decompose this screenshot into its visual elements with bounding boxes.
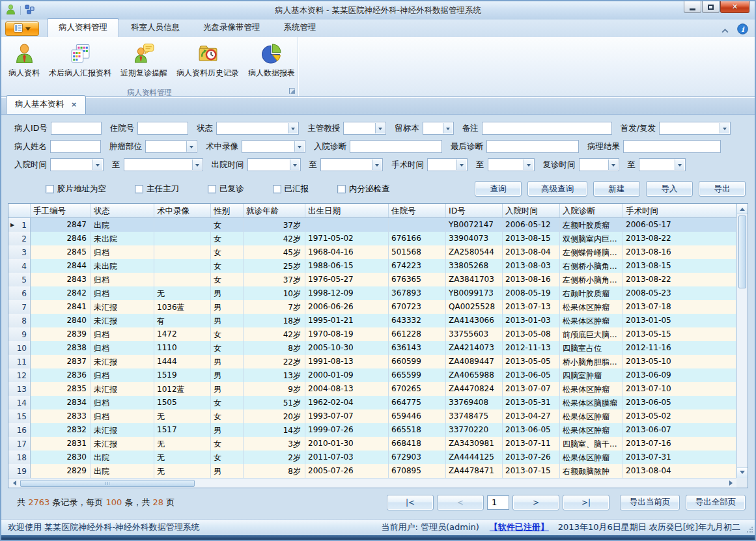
grid-cell[interactable]: 右颞叶胶质瘤 xyxy=(560,286,623,300)
grid-cell[interactable]: 2013-07-07 xyxy=(503,382,560,396)
grid-cell[interactable]: 2836 xyxy=(31,368,91,382)
grid-cell[interactable]: 左侧蝶骨嵴脑... xyxy=(560,245,623,259)
vertical-scroll-thumb[interactable] xyxy=(738,215,746,288)
table-row-15[interactable]: 152833归档无女20岁1993-07-0765944633748475201… xyxy=(8,409,736,423)
pager-prev-button[interactable]: < xyxy=(437,495,484,510)
grid-cell[interactable]: YB0072147 xyxy=(446,218,503,232)
grid-cell[interactable]: 出院 xyxy=(91,451,154,464)
scroll-left-icon[interactable] xyxy=(8,479,19,488)
grid-cell[interactable]: 33904073 xyxy=(446,232,503,245)
action-button-3[interactable]: 导入 xyxy=(646,181,693,197)
grid-cell[interactable]: 37岁 xyxy=(244,218,305,232)
grid-cell[interactable]: 女 xyxy=(211,451,244,464)
grid-cell[interactable]: 2013-05-05 xyxy=(503,355,560,368)
filter-select-2-5[interactable] xyxy=(488,158,535,171)
grid-cell[interactable]: 2013-08-16 xyxy=(623,245,736,259)
grid-cell[interactable]: 归档 xyxy=(91,409,154,423)
grid-cell[interactable]: 672903 xyxy=(389,451,446,464)
grid-cell[interactable]: 2013-07-11 xyxy=(503,437,560,451)
chevron-down-icon[interactable] xyxy=(294,141,304,152)
grid-cell[interactable]: 33770220 xyxy=(446,423,503,437)
grid-column-header-4[interactable]: 性别 xyxy=(211,204,244,217)
grid-cell[interactable] xyxy=(154,259,211,273)
vertical-scrollbar[interactable] xyxy=(736,204,748,478)
grid-cell[interactable]: 四脑室、脑干... xyxy=(560,437,623,451)
grid-cell[interactable]: 2008-05-19 xyxy=(503,286,560,300)
table-row-17[interactable]: 172831未汇报无女3岁2010-01-30668418ZA343098120… xyxy=(8,437,736,451)
grid-cell[interactable]: 2842 xyxy=(31,286,91,300)
grid-cell[interactable]: 670723 xyxy=(389,300,446,314)
filter-checkbox-0[interactable]: 胶片地址为空 xyxy=(46,184,106,195)
chevron-down-icon[interactable] xyxy=(456,160,466,170)
grid-cell[interactable]: ZA4470824 xyxy=(446,382,503,396)
grid-cell[interactable]: 1970-08-19 xyxy=(305,327,389,341)
grid-cell[interactable]: ZA4143066 xyxy=(446,314,503,327)
chevron-down-icon[interactable] xyxy=(372,160,382,170)
grid-cell[interactable]: 左侧桥小脑角... xyxy=(560,273,623,286)
table-row-7[interactable]: 72841未汇报1036蓝男7岁2006-06-26670723QA002552… xyxy=(8,300,736,314)
grid-cell[interactable]: 33805268 xyxy=(446,259,503,273)
grid-cell[interactable]: 松果体区脑膜瘤 xyxy=(560,396,623,409)
chevron-down-icon[interactable] xyxy=(375,123,385,133)
grid-cell[interactable]: 左额叶胶质瘤 xyxy=(560,218,623,232)
row-selector[interactable]: 19 xyxy=(8,464,31,478)
grid-cell[interactable]: 2013-07-10 xyxy=(623,382,736,396)
grid-cell[interactable]: 2832 xyxy=(31,423,91,437)
grid-column-header-3[interactable]: 术中录像 xyxy=(154,204,211,217)
grid-cell[interactable]: 2008-05-23 xyxy=(623,286,736,300)
grid-cell[interactable]: 未出院 xyxy=(91,232,154,245)
table-row-19[interactable]: 192829出院无男8岁2005-07-26670895ZA4478471201… xyxy=(8,464,736,478)
ribbon-item-4[interactable]: 病人数据报表 xyxy=(244,39,300,81)
close-button[interactable]: ✕ xyxy=(720,1,749,13)
grid-cell[interactable]: 2013-08-22 xyxy=(623,232,736,245)
grid-cell[interactable]: 45岁 xyxy=(244,245,305,259)
grid-cell[interactable]: 无 xyxy=(154,437,211,451)
chevron-down-icon[interactable] xyxy=(675,160,684,170)
grid-cell[interactable]: ZA4214073 xyxy=(446,341,503,355)
grid-cell[interactable]: ZA4478471 xyxy=(446,464,503,478)
filter-checkbox-2[interactable]: 已复诊 xyxy=(208,184,244,195)
grid-cell[interactable]: 674223 xyxy=(389,259,446,273)
row-selector[interactable]: 2 xyxy=(8,232,31,245)
table-row-13[interactable]: 132835未汇报1012蓝男9岁2004-08-13670265ZA44708… xyxy=(8,382,736,396)
scroll-up-icon[interactable] xyxy=(737,204,748,214)
table-row-9[interactable]: 92839归档1472女42岁1970-08-19661228337556032… xyxy=(8,327,736,341)
grid-cell[interactable]: 7岁 xyxy=(244,300,305,314)
horizontal-scrollbar[interactable] xyxy=(8,478,736,488)
grid-cell[interactable]: 桥小脑角胆脂... xyxy=(560,355,623,368)
grid-cell[interactable]: 2006-05-12 xyxy=(503,218,560,232)
grid-cell[interactable]: 1444 xyxy=(154,355,211,368)
grid-cell[interactable]: 665599 xyxy=(389,368,446,382)
grid-cell[interactable]: 未汇报 xyxy=(91,314,154,327)
grid-cell[interactable]: 1036蓝 xyxy=(154,300,211,314)
tab-patient-basic-info[interactable]: 病人基本资料 × xyxy=(6,95,86,114)
grid-column-header-0[interactable] xyxy=(8,204,31,217)
table-row-2[interactable]: 22846未出院女42岁1971-05-02676166339040732013… xyxy=(8,232,736,245)
grid-column-header-1[interactable]: 手工编号 xyxy=(31,204,91,217)
table-row-14[interactable]: 142834归档1505女51岁1962-02-0466477533769408… xyxy=(8,396,736,409)
grid-cell[interactable]: 未汇报 xyxy=(91,355,154,368)
table-row-8[interactable]: 82840未汇报有男18岁1995-01-21643332ZA414306620… xyxy=(8,314,736,327)
grid-cell[interactable]: 14岁 xyxy=(244,423,305,437)
filter-input-0-5[interactable] xyxy=(482,122,612,135)
filter-checkbox-1[interactable]: 主任主刀 xyxy=(135,184,179,195)
filter-select-0-6[interactable] xyxy=(659,122,731,135)
grid-cell[interactable]: 33748475 xyxy=(446,409,503,423)
grid-cell[interactable]: YB0099173 xyxy=(446,286,503,300)
grid-cell[interactable]: 2841 xyxy=(31,300,91,314)
grid-cell[interactable]: 男 xyxy=(211,286,244,300)
filter-select-2-7[interactable] xyxy=(639,158,686,171)
grid-cell[interactable]: 出院 xyxy=(91,218,154,232)
grid-cell[interactable]: 男 xyxy=(211,382,244,396)
grid-cell[interactable]: 2846 xyxy=(31,232,91,245)
grid-cell[interactable]: 2013-06-07 xyxy=(623,423,736,437)
grid-cell[interactable] xyxy=(389,218,446,232)
grid-cell[interactable]: 636143 xyxy=(389,341,446,355)
grid-cell[interactable]: 松果体区肿瘤 xyxy=(560,300,623,314)
grid-cell[interactable]: 1999-07-26 xyxy=(305,423,389,437)
grid-cell[interactable]: 2831 xyxy=(31,437,91,451)
grid-cell[interactable]: 2013-07-31 xyxy=(623,451,736,464)
grid-cell[interactable]: 670895 xyxy=(389,464,446,478)
grid-cell[interactable]: 25岁 xyxy=(244,259,305,273)
grid-cell[interactable]: 双侧脑室内巨... xyxy=(560,232,623,245)
